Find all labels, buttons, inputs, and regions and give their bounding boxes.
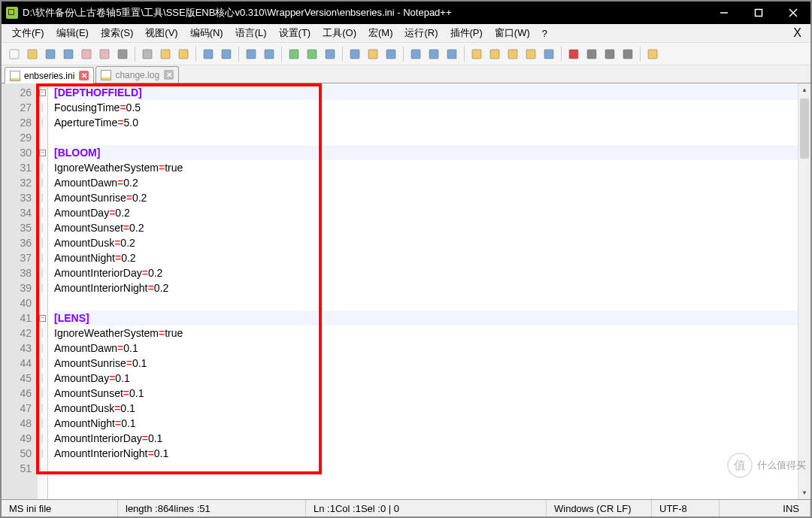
menu-file[interactable]: 文件(F) — [6, 25, 50, 41]
code-line[interactable]: AmountInteriorDay=0.2 — [54, 265, 798, 280]
toolbar-cut-icon[interactable] — [139, 46, 156, 62]
toolbar-copy-icon[interactable] — [157, 46, 174, 62]
menu-macro[interactable]: 宏(M) — [362, 25, 399, 41]
close-button[interactable] — [776, 2, 810, 24]
svg-rect-13 — [179, 50, 188, 59]
code-line[interactable] — [54, 130, 798, 145]
code-line[interactable]: AmountDay=0.2 — [54, 205, 798, 220]
toolbar-indent-guide-icon[interactable] — [383, 46, 399, 62]
toolbar-paste-icon[interactable] — [175, 46, 192, 62]
menu-settings[interactable]: 设置(T) — [273, 25, 317, 41]
code-line[interactable]: AmountDusk=0.2 — [54, 235, 798, 250]
fold-marker[interactable]: − — [38, 85, 47, 100]
menu-edit[interactable]: 编辑(E) — [50, 25, 95, 41]
code-line[interactable]: AmountSunset=0.1 — [54, 386, 798, 401]
scroll-down-arrow[interactable]: ▼ — [798, 486, 810, 499]
menu-run[interactable]: 运行(R) — [398, 25, 444, 41]
toolbar-unfold-icon[interactable] — [444, 46, 460, 62]
toolbar-replace-icon[interactable] — [261, 46, 277, 62]
toolbar-folder-icon[interactable] — [523, 46, 539, 62]
toolbar-stop-icon[interactable] — [583, 46, 600, 62]
fold-marker[interactable]: − — [38, 310, 47, 326]
toolbar-eye-icon[interactable] — [541, 46, 557, 62]
status-length: length : 864 lines : 51 — [118, 500, 306, 516]
code-line[interactable]: [LENS] — [54, 310, 798, 326]
minimize-button[interactable] — [707, 2, 741, 24]
scroll-up-arrow[interactable]: ▲ — [798, 83, 810, 96]
toolbar-find-icon[interactable] — [243, 46, 259, 62]
menu-help[interactable]: ? — [536, 26, 553, 41]
toolbar-redo-icon[interactable] — [218, 46, 235, 62]
menu-view[interactable]: 视图(V) — [139, 25, 183, 41]
code-line[interactable]: AmountDusk=0.1 — [54, 401, 798, 416]
tab-close-icon[interactable]: ✕ — [79, 71, 89, 80]
line-number: 43 — [2, 341, 32, 356]
line-number: 33 — [2, 190, 32, 205]
toolbar-wrap-icon[interactable] — [347, 46, 363, 62]
code-line[interactable]: AmountSunset=0.2 — [54, 220, 798, 235]
svg-rect-32 — [569, 50, 578, 59]
code-line[interactable] — [54, 295, 798, 310]
toolbar-save-all-icon[interactable] — [60, 46, 77, 62]
menu-plugins[interactable]: 插件(P) — [444, 25, 489, 41]
fold-marker: │ — [38, 341, 47, 356]
code-content[interactable]: [DEPTHOFFIELD]FocusingTime=0.5ApertureTi… — [48, 83, 798, 499]
vertical-scrollbar[interactable]: ▲ ▼ — [798, 83, 810, 499]
toolbar-record-icon[interactable] — [565, 46, 582, 62]
toolbar-show-all-icon[interactable] — [365, 46, 381, 62]
line-number: 50 — [2, 446, 32, 461]
menu-tools[interactable]: 工具(O) — [317, 25, 362, 41]
line-number: 37 — [2, 250, 32, 265]
toolbar-lang-icon[interactable] — [408, 46, 424, 62]
code-line[interactable]: AmountInteriorNight=0.2 — [54, 280, 798, 295]
toolbar-zoom-out-icon[interactable] — [304, 46, 320, 62]
code-line[interactable]: [BLOOM] — [54, 145, 798, 160]
toolbar-open-file-icon[interactable] — [24, 46, 41, 62]
toolbar-zoom-in-icon[interactable] — [286, 46, 302, 62]
tab-changelog[interactable]: change.log ✕ — [95, 66, 179, 83]
code-line[interactable]: [DEPTHOFFIELD] — [54, 85, 798, 100]
toolbar-close-icon[interactable] — [78, 46, 95, 62]
code-line[interactable]: AmountNight=0.2 — [54, 250, 798, 265]
toolbar-print-icon[interactable] — [114, 46, 131, 62]
toolbar-new-file-icon[interactable] — [6, 46, 23, 62]
toolbar-macro-save-icon[interactable] — [644, 46, 661, 62]
toolbar-fold-icon[interactable] — [426, 46, 442, 62]
code-line[interactable]: IgnoreWeatherSystem=true — [54, 160, 798, 175]
menu-language[interactable]: 语言(L) — [229, 25, 273, 41]
toolbar-doc-map-icon[interactable] — [486, 46, 503, 62]
menu-encoding[interactable]: 编码(N) — [184, 25, 229, 41]
fold-marker[interactable]: − — [38, 145, 47, 160]
scrollbar-thumb[interactable] — [800, 98, 809, 159]
maximize-button[interactable] — [741, 2, 776, 24]
toolbar-save-icon[interactable] — [42, 46, 59, 62]
menu-close-x[interactable]: X — [789, 26, 806, 40]
svg-rect-7 — [64, 50, 73, 59]
menu-window[interactable]: 窗口(W) — [489, 25, 536, 41]
toolbar-undo-icon[interactable] — [200, 46, 217, 62]
code-line[interactable]: IgnoreWeatherSystem=true — [54, 326, 798, 341]
tab-close-icon[interactable]: ✕ — [164, 70, 174, 80]
toolbar-play-multi-icon[interactable] — [620, 46, 636, 62]
code-line[interactable]: FocusingTime=0.5 — [54, 100, 798, 115]
code-line[interactable]: ApertureTime=5.0 — [54, 115, 798, 130]
toolbar-sync-icon[interactable] — [322, 46, 338, 62]
tab-label: change.log — [115, 70, 159, 80]
code-line[interactable]: AmountSunrise=0.1 — [54, 356, 798, 371]
toolbar-play-icon[interactable] — [601, 46, 618, 62]
code-line[interactable]: AmountNight=0.1 — [54, 416, 798, 431]
code-line[interactable]: AmountSunrise=0.2 — [54, 190, 798, 205]
toolbar-close-all-icon[interactable] — [96, 46, 113, 62]
line-number: 41 — [2, 310, 32, 326]
tab-enbseries[interactable]: enbseries.ini ✕ — [5, 67, 94, 83]
code-line[interactable]: AmountDawn=0.1 — [54, 341, 798, 356]
code-line[interactable]: AmountDawn=0.2 — [54, 175, 798, 190]
menu-search[interactable]: 搜索(S) — [95, 25, 139, 41]
fold-marker: │ — [38, 220, 47, 235]
code-line[interactable]: AmountDay=0.1 — [54, 371, 798, 386]
toolbar-hide-icon[interactable] — [468, 46, 485, 62]
toolbar-func-list-icon[interactable] — [504, 46, 521, 62]
code-line[interactable]: AmountInteriorDay=0.1 — [54, 431, 798, 446]
code-line[interactable]: AmountInteriorNight=0.1 — [54, 446, 798, 461]
code-line[interactable] — [54, 461, 798, 476]
